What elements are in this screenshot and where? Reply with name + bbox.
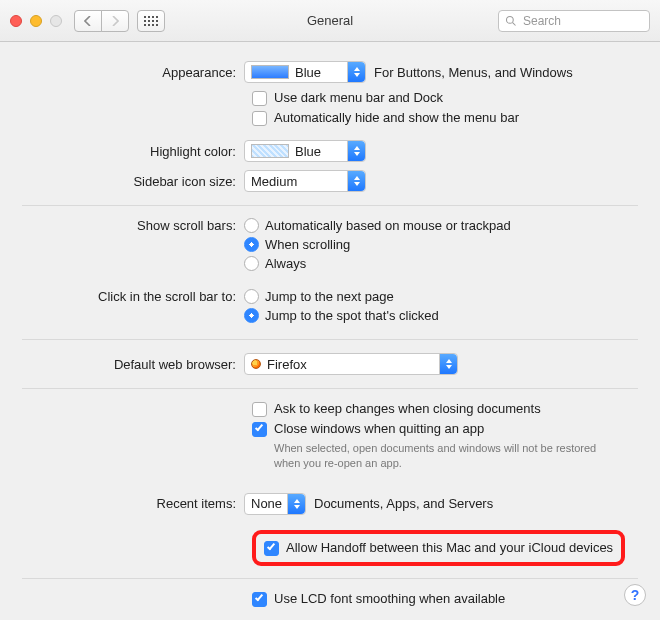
divider xyxy=(22,339,638,340)
appearance-value: Blue xyxy=(295,65,321,80)
highlight-popup[interactable]: Blue xyxy=(244,140,366,162)
nav-buttons xyxy=(74,10,129,32)
label-appearance: Appearance: xyxy=(22,65,244,80)
popup-arrows-icon xyxy=(347,141,365,161)
click-next-radio[interactable]: Jump to the next page xyxy=(244,289,638,304)
scroll-when-label: When scrolling xyxy=(265,237,350,252)
lcd-smoothing-label: Use LCD font smoothing when available xyxy=(274,591,505,606)
checkbox-icon xyxy=(252,402,267,417)
scroll-always-radio[interactable]: Always xyxy=(244,256,638,271)
checkbox-icon xyxy=(252,91,267,106)
forward-button[interactable] xyxy=(101,10,129,32)
popup-arrows-icon xyxy=(347,62,365,82)
close-windows-label: Close windows when quitting an app xyxy=(274,421,484,436)
sidebar-size-value: Medium xyxy=(251,174,297,189)
close-window-button[interactable] xyxy=(10,15,22,27)
close-windows-checkbox[interactable]: Close windows when quitting an app xyxy=(252,421,638,437)
blue-swatch-icon xyxy=(251,65,289,79)
radio-icon xyxy=(244,256,259,271)
highlight-value: Blue xyxy=(295,144,321,159)
default-browser-value: Firefox xyxy=(267,357,307,372)
label-browser: Default web browser: xyxy=(22,357,244,372)
click-spot-radio[interactable]: Jump to the spot that's clicked xyxy=(244,308,638,323)
scroll-auto-radio[interactable]: Automatically based on mouse or trackpad xyxy=(244,218,638,233)
click-next-label: Jump to the next page xyxy=(265,289,394,304)
label-recent: Recent items: xyxy=(22,496,244,511)
popup-arrows-icon xyxy=(287,494,305,514)
scroll-when-radio[interactable]: When scrolling xyxy=(244,237,638,252)
scroll-auto-label: Automatically based on mouse or trackpad xyxy=(265,218,511,233)
appearance-hint: For Buttons, Menus, and Windows xyxy=(374,65,573,80)
checkbox-icon xyxy=(252,592,267,607)
grid-icon xyxy=(144,16,158,26)
ask-changes-checkbox[interactable]: Ask to keep changes when closing documen… xyxy=(252,401,638,417)
divider xyxy=(22,388,638,389)
lcd-smoothing-checkbox[interactable]: Use LCD font smoothing when available xyxy=(252,591,638,607)
close-windows-hint: When selected, open documents and window… xyxy=(252,441,612,471)
search-field[interactable]: Search xyxy=(498,10,650,32)
checkbox-icon xyxy=(252,422,267,437)
highlight-swatch-icon xyxy=(251,144,289,158)
radio-icon xyxy=(244,308,259,323)
handoff-highlight: Allow Handoff between this Mac and your … xyxy=(252,530,625,566)
label-clickscroll: Click in the scroll bar to: xyxy=(22,289,244,304)
recent-items-suffix: Documents, Apps, and Servers xyxy=(314,496,493,511)
allow-handoff-checkbox[interactable]: Allow Handoff between this Mac and your … xyxy=(264,540,613,556)
back-button[interactable] xyxy=(74,10,102,32)
label-highlight: Highlight color: xyxy=(22,144,244,159)
ask-changes-label: Ask to keep changes when closing documen… xyxy=(274,401,541,416)
search-placeholder: Search xyxy=(523,14,561,28)
label-sidebar: Sidebar icon size: xyxy=(22,174,244,189)
chevron-left-icon xyxy=(84,16,92,26)
checkbox-icon xyxy=(252,111,267,126)
minimize-window-button[interactable] xyxy=(30,15,42,27)
window-controls xyxy=(10,15,62,27)
popup-arrows-icon xyxy=(347,171,365,191)
radio-icon xyxy=(244,237,259,252)
divider xyxy=(22,205,638,206)
label-scrollbars: Show scroll bars: xyxy=(22,218,244,233)
show-all-button[interactable] xyxy=(137,10,165,32)
checkbox-icon xyxy=(264,541,279,556)
divider xyxy=(22,578,638,579)
general-pane: Appearance: Blue For Buttons, Menus, and… xyxy=(0,42,660,620)
firefox-icon xyxy=(251,359,261,369)
sidebar-size-popup[interactable]: Medium xyxy=(244,170,366,192)
recent-items-value: None xyxy=(251,496,282,511)
popup-arrows-icon xyxy=(439,354,457,374)
svg-point-0 xyxy=(507,16,514,23)
toolbar: General Search xyxy=(0,0,660,42)
recent-items-popup[interactable]: None xyxy=(244,493,306,515)
help-button[interactable]: ? xyxy=(624,584,646,606)
allow-handoff-label: Allow Handoff between this Mac and your … xyxy=(286,540,613,555)
radio-icon xyxy=(244,289,259,304)
dark-menubar-checkbox[interactable]: Use dark menu bar and Dock xyxy=(252,90,638,106)
chevron-right-icon xyxy=(111,16,119,26)
radio-icon xyxy=(244,218,259,233)
autohide-menubar-checkbox[interactable]: Automatically hide and show the menu bar xyxy=(252,110,638,126)
scroll-always-label: Always xyxy=(265,256,306,271)
autohide-menubar-label: Automatically hide and show the menu bar xyxy=(274,110,519,125)
zoom-window-button xyxy=(50,15,62,27)
appearance-popup[interactable]: Blue xyxy=(244,61,366,83)
default-browser-popup[interactable]: Firefox xyxy=(244,353,458,375)
search-icon xyxy=(505,15,517,27)
click-spot-label: Jump to the spot that's clicked xyxy=(265,308,439,323)
help-icon: ? xyxy=(631,587,640,603)
dark-menubar-label: Use dark menu bar and Dock xyxy=(274,90,443,105)
svg-line-1 xyxy=(513,22,516,25)
